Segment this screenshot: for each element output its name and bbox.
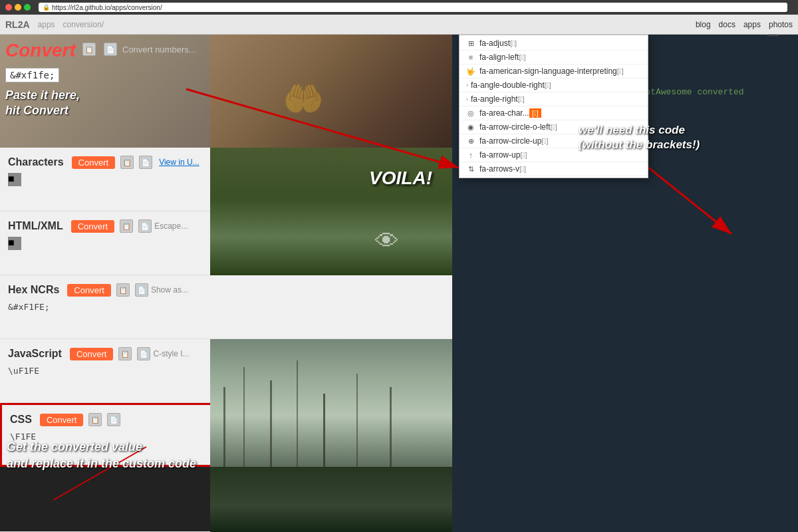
fa-adjust-icon: ⊞ [466,39,475,48]
fa-arrows-v-name: fa-arrows-v [479,164,519,174]
html-icon-symbol: ■ [8,237,21,250]
characters-convert-btn[interactable]: Convert [72,156,116,169]
css-file-btn[interactable]: 📄 [107,413,120,426]
site-logo-text: RL2A [5,19,30,30]
fa-angle-right-name: fa-angle-right [471,94,518,104]
hex-section: Hex NCRs Convert 📋 📄 Show as... &#xF1FE; [0,275,452,339]
nav-docs[interactable]: docs [719,20,735,29]
browser-chrome: 🔒 https://rl2a.github.io/apps/conversion… [0,0,798,15]
footer-forest-photo [210,467,452,532]
voila-text: VOILA! [369,168,432,189]
hex-label: Hex NCRs [8,284,59,296]
highlighted-code: [] [529,108,541,118]
characters-copy-btn[interactable]: 📋 [120,156,134,169]
fa-arrow-circle-o-left-icon: ◉ [466,123,475,132]
javascript-cstyle-text: C-style I... [153,349,189,358]
address-bar[interactable]: 🔒 https://rl2a.github.io/apps/conversion… [39,3,787,12]
hex-value-display: &#xf1fe; [5,68,59,82]
fa-area-chart-icon: ◎ [466,109,475,118]
fa-align-left-icon: ≡ [466,53,475,61]
hex-value: &#xF1FE; [8,302,444,312]
fa-arrow-up-icon: ↑ [466,151,475,159]
close-btn[interactable] [5,4,12,11]
fa-angle-double-right-name: fa-angle-double-right [471,80,545,90]
fa-adjust-name: fa-adjust [479,39,510,48]
hex-show-text: Show as... [151,285,188,295]
lock-icon: 🔒 [43,4,50,11]
html-label: HTML/XML [8,220,63,232]
url-text: https://rl2a.github.io/apps/conversion/ [52,4,162,11]
css-copy-btn[interactable]: 📋 [88,413,102,426]
characters-view-link[interactable]: View in U... [159,158,199,167]
nav-blog[interactable]: blog [696,20,711,29]
fa-asl-code: [] [617,67,624,75]
fa-arrow-up-name: fa-arrow-up [479,150,520,160]
nav-apps: apps [38,20,55,29]
fa-arrow-up-code: [] [520,151,527,159]
caret-angle-double: › [466,82,468,88]
characters-icon-symbol: ■ [8,173,21,186]
convert-icons-row: 📋 📄 Convert numbers... [80,43,196,56]
fa-item-align-left[interactable]: ≡ fa-align-left [] [460,51,648,65]
html-copy-btn[interactable]: 📋 [120,219,133,233]
fa-area-chart-name: fa-area-char... [479,108,529,118]
convert-header: 🤲 Convert 📋 📄 Convert numbers... &#xf1fe… [0,35,452,148]
css-label: CSS [10,414,32,426]
nav-apps[interactable]: apps [743,20,761,29]
html-convert-btn[interactable]: Convert [71,220,115,233]
misty-forest-photo [210,339,452,467]
html-file-btn[interactable]: 📄 [138,219,152,233]
css-convert-btn[interactable]: Convert [40,414,84,426]
javascript-copy-btn[interactable]: 📋 [118,347,132,360]
hex-file-btn[interactable]: 📄 [135,283,148,297]
footer-annotation: Get the converted value and replace it i… [7,439,196,472]
nav-photos[interactable]: photos [769,20,793,29]
html-escape-text: Escape... [154,221,188,231]
eye-icon: 👁 [375,227,399,255]
fa-asl-icon: 🤟 [466,67,475,76]
fa-asl-name: fa-american-sign-language-interpreting [479,66,617,76]
annotation-we-need: we'll need this code (without the bracke… [579,123,700,152]
nav-separator: conversion/ [63,20,104,29]
fa-angle-double-right-code: [] [545,81,551,89]
nav-bar: RL2A apps conversion/ blog docs apps pho… [0,15,798,35]
hex-convert-btn[interactable]: Convert [67,284,111,297]
characters-file-btn[interactable]: 📄 [139,156,152,169]
fa-item-adjust[interactable]: ⊞ fa-adjust [] [460,37,648,51]
convert-title: Convert [5,40,76,61]
copy-icon-btn[interactable]: 📋 [82,43,96,56]
fa-dropdown-panel: ⊞ fa-adjust [] ≡ fa-align-left [] 🤟 fa… [459,35,648,178]
caret-angle: › [466,96,468,102]
paste-instructions: Paste it here, hit Convert [5,88,80,119]
input-hint: Convert numbers... [122,45,196,55]
fa-item-area-chart[interactable]: ◎ fa-area-char... [] [460,106,648,120]
fa-arrow-circle-up-code: [] [541,137,548,145]
fa-arrow-circle-o-left-name: fa-arrow-circle-o-left [479,122,551,132]
maximize-btn[interactable] [24,4,31,11]
fa-item-angle-double-right[interactable]: › fa-angle-double-right [] [460,78,648,92]
fa-arrows-v-code: [] [519,165,526,173]
fa-arrows-v-icon: ⇅ [466,165,475,174]
file-icon-btn[interactable]: 📄 [104,43,117,56]
fa-item-asl[interactable]: 🤟 fa-american-sign-language-interpreting… [460,65,648,78]
hex-copy-btn[interactable]: 📋 [116,283,130,297]
fa-align-left-name: fa-align-left [479,53,519,62]
fa-align-left-code: [] [519,53,525,61]
forest-path-photo: VOILA! 👁 [210,148,452,275]
fa-item-arrows-v[interactable]: ⇅ fa-arrows-v [] [460,162,648,176]
javascript-file-btn[interactable]: 📄 [137,347,150,360]
fa-angle-right-code: [] [518,95,525,103]
fa-item-angle-right[interactable]: › fa-angle-right [] [460,92,648,106]
fa-arrow-circle-o-left-code: [] [551,123,557,131]
fa-arrow-circle-up-name: fa-arrow-circle-up [479,136,541,146]
fa-adjust-code: [] [510,39,517,47]
characters-label: Characters [8,156,64,168]
fa-arrow-circle-up-icon: ⊕ [466,137,475,146]
fa-area-chart-code: [] [529,109,541,117]
javascript-label: JavaScript [8,348,62,360]
javascript-convert-btn[interactable]: Convert [70,348,114,360]
minimize-btn[interactable] [15,4,21,11]
hands-photo: 🤲 [210,35,452,148]
